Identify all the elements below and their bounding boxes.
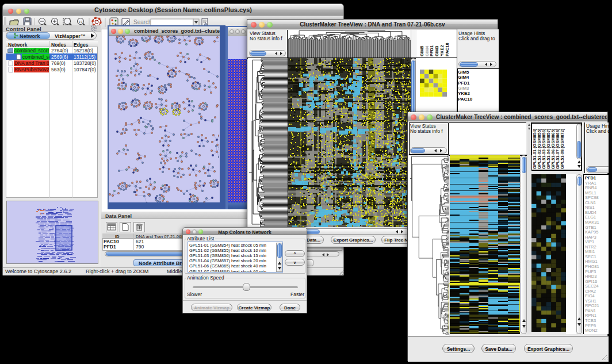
svg-text:GIM3: GIM3 — [434, 46, 439, 56]
svg-text:Search:: Search: — [133, 19, 153, 25]
svg-text:1:1: 1:1 — [79, 20, 83, 24]
svg-text:PAC10: PAC10 — [445, 43, 450, 56]
svg-text:PFD1: PFD1 — [429, 45, 434, 56]
svg-text:GPL51-08 (GSM872): GPL51-08 (GSM872) — [560, 128, 565, 169]
svg-text:GIM5: GIM5 — [419, 46, 424, 56]
svg-text:YKE2: YKE2 — [439, 45, 445, 56]
